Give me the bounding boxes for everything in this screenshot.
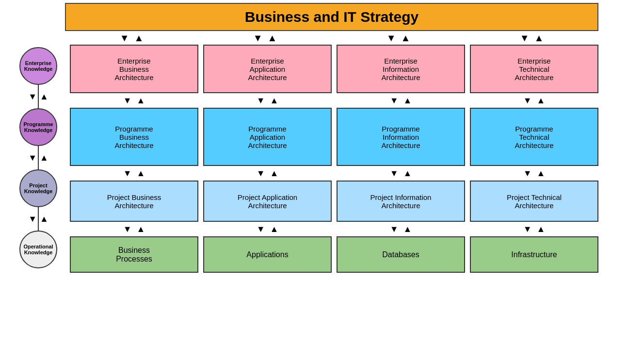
programme-technical-arch: ProgrammeTechnicalArchitecture — [470, 108, 598, 166]
business-processes: BusinessProcesses — [70, 236, 198, 273]
project-information-arch: Project InformationArchitecture — [337, 181, 465, 222]
programme-application-arch: ProgrammeApplicationArchitecture — [203, 108, 332, 166]
databases: Databases — [337, 236, 465, 273]
strategy-banner: Business and IT Strategy — [65, 3, 598, 31]
operational-knowledge-circle: OperationalKnowledge — [19, 231, 57, 268]
enterprise-application-arch: EnterpriseApplicationArchitecture — [203, 45, 332, 93]
programme-information-arch: ProgrammeInformationArchitecture — [337, 108, 465, 166]
enterprise-knowledge-circle: EnterpriseKnowledge — [19, 47, 57, 85]
project-business-arch: Project BusinessArchitecture — [70, 181, 198, 222]
programme-knowledge-circle: ProgrammeKnowledge — [19, 108, 57, 146]
project-knowledge-circle: ProjectKnowledge — [19, 169, 57, 207]
enterprise-information-arch: EnterpriseInformationArchitecture — [337, 45, 465, 93]
project-application-arch: Project ApplicationArchitecture — [203, 181, 332, 222]
project-technical-arch: Project TechnicalArchitecture — [470, 181, 598, 222]
enterprise-technical-arch: EnterpriseTechnicalArchitecture — [470, 45, 598, 93]
programme-business-arch: ProgrammeBusinessArchitecture — [70, 108, 198, 166]
enterprise-business-arch: EnterpriseBusinessArchitecture — [70, 45, 198, 93]
infrastructure: Infrastructure — [470, 236, 598, 273]
applications: Applications — [203, 236, 332, 273]
